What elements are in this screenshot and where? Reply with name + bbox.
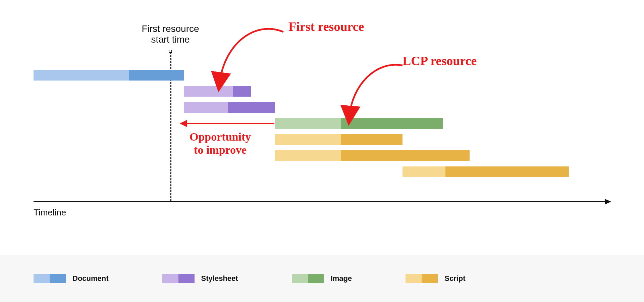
swatch-light [292, 274, 308, 283]
legend-label: Image [331, 274, 352, 283]
bar-segment-download [445, 166, 569, 177]
first-resource-arrow-icon [215, 23, 288, 84]
bar-segment-download [341, 134, 402, 145]
swatch-light [162, 274, 178, 283]
swatch-dark [50, 274, 66, 283]
legend-swatch [406, 274, 438, 283]
legend-item-script: Script [406, 274, 465, 283]
resource-bar-document [34, 70, 184, 81]
first-resource-annotation: First resource [288, 19, 364, 34]
first-resource-label: First resource [288, 19, 364, 34]
marker-label: First resource start time [142, 23, 199, 45]
legend-item-image: Image [292, 274, 352, 283]
opportunity-arrow [180, 123, 274, 124]
legend-label: Document [72, 274, 109, 283]
legend-label: Stylesheet [201, 274, 238, 283]
marker-label-line2: start time [151, 34, 190, 45]
bar-segment-download [341, 118, 443, 129]
resource-bar-script-1 [275, 134, 402, 145]
waterfall-chart: First resource start time Opportunity to… [34, 23, 610, 225]
swatch-dark [422, 274, 438, 283]
resource-bar-script-2 [275, 150, 470, 161]
legend-swatch [292, 274, 324, 283]
swatch-dark [308, 274, 324, 283]
bar-segment-wait [184, 86, 233, 97]
bar-segment-wait [184, 102, 228, 113]
legend-item-document: Document [34, 274, 109, 283]
legend-item-stylesheet: Stylesheet [162, 274, 238, 283]
resource-bar-stylesheet-1 [184, 86, 251, 97]
bar-segment-wait [275, 134, 341, 145]
lcp-resource-annotation: LCP resource [402, 54, 477, 68]
bar-segment-download [129, 70, 184, 81]
bar-segment-download [341, 150, 470, 161]
legend-swatch [162, 274, 195, 283]
marker-label-line1: First resource [142, 23, 199, 34]
legend-label: Script [444, 274, 465, 283]
swatch-dark [178, 274, 195, 283]
bar-segment-wait [34, 70, 129, 81]
resource-bar-image-lcp [275, 118, 443, 129]
legend: Document Stylesheet Image Script [0, 255, 644, 302]
opportunity-annotation: Opportunity to improve [190, 130, 251, 156]
timeline-axis [34, 201, 610, 202]
opportunity-label-line1: Opportunity [190, 131, 251, 143]
lcp-resource-label: LCP resource [402, 54, 477, 68]
bar-segment-download [233, 86, 251, 97]
timeline-axis-label: Timeline [34, 207, 66, 218]
swatch-light [406, 274, 422, 283]
bar-segment-wait [275, 150, 341, 161]
bar-segment-wait [275, 118, 341, 129]
bar-segment-download [228, 102, 275, 113]
opportunity-label-line2: to improve [194, 144, 247, 156]
lcp-resource-arrow-icon [345, 62, 413, 119]
resource-bar-stylesheet-2 [184, 102, 275, 113]
bar-segment-wait [402, 166, 445, 177]
resource-bar-script-3 [402, 166, 569, 177]
swatch-light [34, 274, 50, 283]
legend-swatch [34, 274, 66, 283]
